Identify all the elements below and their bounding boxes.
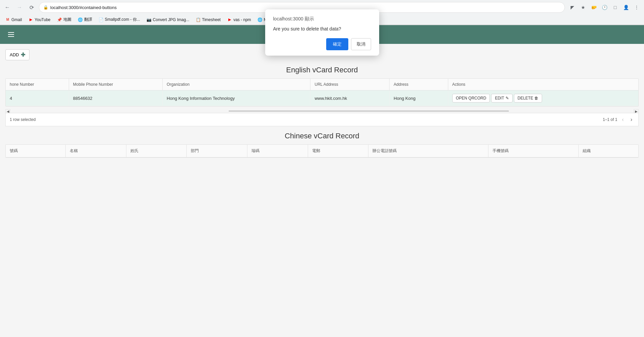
dialog-message: Are you sure to delete that data? xyxy=(273,26,371,31)
dialog-overlay: localhost:3000 顯示 Are you sure to delete… xyxy=(0,0,644,166)
dialog-confirm-button[interactable]: 確定 xyxy=(326,38,348,50)
dialog-title: localhost:3000 顯示 xyxy=(273,16,371,22)
dialog-box: localhost:3000 顯示 Are you sure to delete… xyxy=(265,9,379,56)
dialog-buttons: 確定 取消 xyxy=(273,38,371,50)
dialog-cancel-button[interactable]: 取消 xyxy=(351,38,371,50)
